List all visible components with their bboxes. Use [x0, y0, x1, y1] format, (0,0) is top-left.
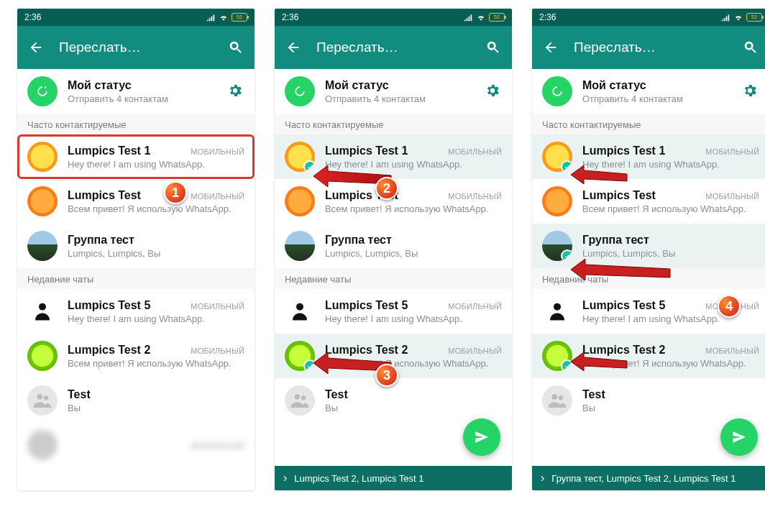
my-status-row[interactable]: Мой статус Отправить 4 контактам [532, 69, 765, 114]
avatar [27, 341, 58, 371]
my-status-row[interactable]: Мой статус Отправить 4 контактам [275, 69, 512, 114]
contact-name: Test [582, 388, 759, 401]
avatar [27, 186, 58, 216]
contact-name: Lumpics Test 1 [68, 145, 150, 157]
contact-lumpics-test-1[interactable]: Lumpics Test 1МОБИЛЬНЫЙ Hey there! I am … [17, 134, 255, 179]
contact-tag: МОБИЛЬНЫЙ [448, 302, 502, 311]
selection-bar: › Группа тест, Lumpics Test 2, Lumpics T… [532, 466, 765, 490]
status-time: 2:36 [24, 12, 41, 22]
contact-tag: МОБИЛЬНЫЙ [705, 192, 759, 201]
wifi-icon [476, 12, 486, 22]
contact-sub: Hey there! I am using WhatsApp. [68, 313, 244, 324]
svg-marker-13 [571, 352, 627, 371]
contact-group-test[interactable]: Группа тест Lumpics, Lumpics, Вы [17, 224, 255, 268]
contact-tag: МОБИЛЬНЫЙ [448, 192, 502, 201]
annotation-badge-3: 3 [375, 364, 398, 387]
contact-name: Lumpics Test 1 [325, 145, 408, 157]
back-button[interactable] [27, 39, 45, 56]
avatar [542, 341, 572, 371]
wifi-icon [219, 12, 229, 22]
avatar [27, 296, 58, 326]
contact-sub: Hey there! I am using WhatsApp. [68, 159, 244, 170]
contact-name: Lumpics Test 2 [68, 344, 150, 357]
svg-point-1 [37, 394, 43, 400]
statusbar: 2:36 52 [275, 9, 512, 26]
my-status-sub: Отправить 4 контактам [68, 93, 217, 104]
contact-lumpics-test[interactable]: Lumpics TestМОБИЛЬНЫЙ Всем привет! Я исп… [532, 179, 765, 224]
contact-sub: Вы [582, 403, 759, 413]
contact-name: Группа тест [68, 234, 244, 247]
annotation-arrow [571, 165, 628, 194]
search-button[interactable] [485, 39, 502, 56]
contact-blurred[interactable]: МОБИЛЬНЫЙ [17, 423, 255, 467]
svg-point-0 [39, 303, 46, 311]
contact-sub: Вы [325, 403, 502, 413]
section-recent: Недавние чаты [275, 268, 512, 289]
status-settings-button[interactable] [742, 83, 759, 100]
annotation-arrow [571, 352, 628, 381]
svg-point-8 [554, 303, 561, 311]
phone-screen-1: 2:36 52 Переслать… Мой статус Отправить … [17, 9, 255, 490]
send-fab[interactable] [720, 418, 758, 456]
svg-point-2 [44, 395, 48, 400]
contact-lumpics-test-5[interactable]: Lumpics Test 5МОБИЛЬНЫЙ Hey there! I am … [275, 289, 512, 334]
back-button[interactable] [285, 39, 302, 56]
battery-icon: 52 [746, 13, 762, 22]
contact-sub: Вы [68, 403, 244, 413]
send-fab[interactable] [463, 418, 500, 456]
header-title: Переслать… [574, 40, 728, 55]
contact-name: Lumpics Test 1 [582, 145, 665, 157]
contact-sub: Hey there! I am using WhatsApp. [325, 313, 502, 324]
my-status-avatar [285, 76, 315, 106]
avatar [285, 186, 315, 216]
battery-icon: 52 [489, 13, 505, 22]
contact-lumpics-test-1[interactable]: Lumpics Test 1МОБИЛЬНЫЙ Hey there! I am … [275, 134, 512, 179]
back-button[interactable] [542, 39, 559, 56]
signal-bars-icon [463, 12, 473, 22]
status-settings-button[interactable] [227, 83, 244, 100]
my-status-row[interactable]: Мой статус Отправить 4 контактам [17, 69, 255, 114]
contact-name: Lumpics Test 5 [582, 299, 665, 312]
contact-name: Test [68, 388, 244, 401]
contact-name: Группа тест [325, 234, 502, 247]
contact-tag: МОБИЛЬНЫЙ [448, 147, 502, 156]
selection-text: Lumpics Test 2, Lumpics Test 1 [294, 473, 423, 484]
contact-lumpics-test-2[interactable]: Lumpics Test 2МОБИЛЬНЫЙ Всем привет! Я и… [17, 334, 255, 378]
chevron-right-icon: › [541, 472, 544, 485]
selection-text: Группа тест, Lumpics Test 2, Lumpics Tes… [551, 473, 736, 484]
annotation-badge-1: 1 [164, 181, 187, 204]
signal-bars-icon [206, 12, 216, 22]
svg-point-9 [552, 394, 558, 400]
section-recent: Недавние чаты [17, 268, 255, 289]
contact-lumpics-test[interactable]: Lumpics TestМОБИЛЬНЫЙ Всем привет! Я исп… [17, 179, 255, 224]
contact-lumpics-test-1[interactable]: Lumpics Test 1МОБИЛЬНЫЙ Hey there! I am … [532, 134, 765, 179]
search-button[interactable] [227, 39, 244, 56]
contact-sub: Lumpics, Lumpics, Вы [68, 248, 244, 259]
contact-test[interactable]: Test Вы [17, 378, 255, 423]
contact-lumpics-test-5[interactable]: Lumpics Test 5МОБИЛЬНЫЙ Hey there! I am … [17, 289, 255, 334]
contact-group-test[interactable]: Группа тест Lumpics, Lumpics, Вы [275, 224, 512, 268]
my-status-sub: Отправить 4 контактам [582, 93, 732, 104]
svg-marker-11 [571, 165, 627, 184]
status-right: 52 [463, 12, 505, 22]
contact-tag: МОБИЛЬНЫЙ [191, 441, 244, 450]
status-right: 52 [720, 12, 762, 22]
selection-bar: › Lumpics Test 2, Lumpics Test 1 [275, 466, 512, 490]
contact-test[interactable]: Test Вы [532, 378, 765, 423]
contact-tag: МОБИЛЬНЫЙ [191, 147, 244, 156]
contact-test[interactable]: Test Вы [275, 378, 512, 423]
contact-sub: Всем привет! Я использую WhatsApp. [325, 203, 502, 214]
contact-tag: МОБИЛЬНЫЙ [705, 347, 759, 355]
contact-tag: МОБИЛЬНЫЙ [191, 192, 244, 201]
section-frequent: Часто контактируемые [532, 114, 765, 134]
avatar [285, 341, 315, 371]
search-button[interactable] [742, 39, 759, 56]
app-header: Переслать… [17, 26, 255, 69]
contact-lumpics-test-2[interactable]: Lumpics Test 2МОБИЛЬНЫЙ Всем привет! Я и… [532, 334, 765, 378]
phone-screen-2: 2:36 52 Переслать… Мой статус Отправить … [275, 9, 512, 490]
svg-marker-12 [571, 259, 670, 280]
avatar [285, 385, 315, 416]
status-settings-button[interactable] [485, 83, 502, 100]
avatar [27, 142, 58, 172]
signal-bars-icon [720, 12, 730, 22]
